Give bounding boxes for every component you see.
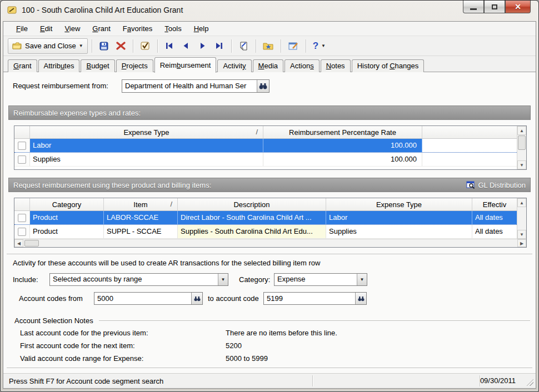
- row-selector[interactable]: [14, 153, 30, 166]
- previous-record-icon: [182, 42, 189, 49]
- billing-section-title: Request reimbursement using these produc…: [13, 181, 211, 189]
- effective-column-header[interactable]: Effectiv: [472, 198, 517, 210]
- help-icon: ?: [313, 41, 318, 52]
- sort-ascending-icon: /: [170, 200, 172, 208]
- tab-grant[interactable]: Grant: [8, 59, 37, 72]
- rate-column-header[interactable]: Reimbursement Percentage Rate: [263, 126, 422, 138]
- tab-reimbursement[interactable]: Reimbursement: [154, 57, 217, 73]
- properties-icon: [288, 41, 299, 51]
- billing-grid-hscrollbar[interactable]: ◀ ▶: [14, 239, 526, 247]
- save-button[interactable]: [96, 38, 112, 54]
- scroll-thumb[interactable]: [518, 135, 526, 150]
- tab-media[interactable]: Media: [253, 59, 283, 72]
- category-combobox[interactable]: Expense ▼: [274, 273, 367, 286]
- expense-type-column-header[interactable]: Expense Type /: [30, 126, 263, 138]
- include-combobox[interactable]: Selected accounts by range ▼: [49, 273, 228, 286]
- item-cell: LABOR-SCCAE: [104, 211, 178, 224]
- scroll-thumb[interactable]: [24, 240, 39, 247]
- row-selector-box[interactable]: [18, 142, 26, 150]
- account-to-field[interactable]: 5199: [263, 292, 367, 305]
- chevron-down-icon[interactable]: ▼: [218, 274, 228, 285]
- row-selector-box[interactable]: [18, 228, 26, 236]
- scroll-left-icon[interactable]: ◀: [14, 239, 23, 247]
- item-column-header[interactable]: Item /: [104, 198, 178, 210]
- menu-item-grant[interactable]: Grant: [86, 23, 117, 34]
- tab-projects[interactable]: Projects: [116, 59, 153, 72]
- tab-notes[interactable]: Notes: [321, 59, 351, 72]
- previous-record-button[interactable]: [178, 38, 194, 54]
- maximize-button[interactable]: [484, 1, 505, 13]
- expense-type-cell: Labor: [326, 211, 472, 224]
- request-from-field[interactable]: Department of Health and Human Ser: [122, 79, 270, 93]
- expense-row[interactable]: Labor100.000: [14, 139, 517, 153]
- tab-actions[interactable]: Actions: [285, 59, 320, 72]
- menu-item-help[interactable]: Help: [188, 23, 215, 34]
- billing-grid-vscrollbar[interactable]: ▲ ▼: [517, 198, 526, 239]
- statusbar-divider: [312, 375, 313, 386]
- account-from-lookup-button[interactable]: [191, 293, 202, 304]
- row-selector[interactable]: [14, 211, 30, 224]
- row-selector-header: [14, 198, 30, 210]
- annotate-button[interactable]: [236, 38, 252, 54]
- checkbox-check-icon: [140, 41, 151, 51]
- scroll-up-icon[interactable]: ▲: [517, 126, 526, 135]
- row-selector[interactable]: [14, 139, 30, 152]
- row-selector-box[interactable]: [18, 155, 26, 164]
- expense-grid-vscrollbar[interactable]: ▲ ▼: [517, 126, 526, 169]
- row-selector-box[interactable]: [18, 214, 26, 222]
- effective-cell: All dates: [472, 225, 517, 238]
- scroll-down-icon[interactable]: ▼: [517, 160, 526, 169]
- scroll-right-icon[interactable]: ▶: [517, 239, 526, 247]
- validate-button[interactable]: [137, 38, 153, 54]
- scroll-down-icon[interactable]: ▼: [517, 230, 526, 239]
- last-record-button[interactable]: [212, 38, 227, 54]
- first-record-button[interactable]: [162, 38, 177, 54]
- request-from-search-button[interactable]: [257, 80, 269, 92]
- menu-item-view[interactable]: View: [58, 23, 86, 34]
- help-caret-icon: ▼: [321, 43, 326, 48]
- tab-history-of-changes[interactable]: History of Changes: [352, 59, 425, 72]
- tabstrip: GrantAttributesBudgetProjectsReimburseme…: [3, 56, 536, 72]
- next-record-button[interactable]: [195, 38, 211, 54]
- properties-button[interactable]: [285, 38, 302, 54]
- status-date: 09/30/2011: [480, 376, 516, 385]
- account-from-field[interactable]: 5000: [94, 292, 203, 305]
- close-button[interactable]: ✕: [505, 1, 531, 13]
- reimbursement-tab-page: Request reimbursement from: Department o…: [3, 72, 536, 373]
- toolbar-separator: [256, 39, 256, 53]
- delete-button[interactable]: [113, 38, 129, 54]
- resize-grip[interactable]: [526, 379, 533, 386]
- save-close-folder-icon: [12, 42, 22, 50]
- menu-item-tools[interactable]: Tools: [158, 23, 187, 34]
- scroll-up-icon[interactable]: ▲: [517, 198, 526, 207]
- gl-distribution-button[interactable]: GL Distribution: [466, 181, 526, 189]
- billing-row[interactable]: ProductSUPPL - SCCAESupplies - South Car…: [14, 225, 517, 239]
- minimize-button[interactable]: [463, 1, 484, 13]
- menu-item-file[interactable]: File: [10, 23, 34, 34]
- save-and-close-button[interactable]: Save and Close ▼: [8, 38, 88, 54]
- row-selector[interactable]: [14, 225, 30, 238]
- favorites-button[interactable]: [260, 38, 277, 54]
- category-column-header[interactable]: Category: [30, 198, 104, 210]
- description-column-header[interactable]: Description: [178, 198, 326, 210]
- expense-row[interactable]: Supplies100.000: [14, 153, 517, 167]
- delete-x-icon: [116, 41, 126, 51]
- menu-item-favorites[interactable]: Favorites: [117, 23, 158, 34]
- tab-activity[interactable]: Activity: [217, 59, 251, 72]
- category-cell: Product: [30, 211, 104, 224]
- menu-item-edit[interactable]: Edit: [34, 23, 58, 34]
- help-button[interactable]: ? ▼: [310, 38, 328, 54]
- expense-section-title: Reimbursable expense types and rates:: [13, 109, 141, 117]
- expense-type-column-header[interactable]: Expense Type: [326, 198, 472, 210]
- account-to-lookup-button[interactable]: [355, 293, 366, 304]
- account-to-value: 5199: [264, 293, 355, 304]
- titlebar[interactable]: 100 - South Carolina Child Art Education…: [1, 1, 538, 21]
- notes-row-value: There are no items before this line.: [226, 329, 337, 337]
- notes-row-label: Valid account code range for Expense:: [20, 354, 143, 363]
- tab-budget[interactable]: Budget: [81, 59, 114, 72]
- include-label: Include:: [13, 275, 38, 284]
- billing-row[interactable]: ProductLABOR-SCCAEDirect Labor - South C…: [14, 211, 517, 225]
- chevron-down-icon[interactable]: ▼: [357, 274, 367, 285]
- expense-grid: Expense Type / Reimbursement Percentage …: [14, 125, 527, 170]
- tab-attributes[interactable]: Attributes: [38, 59, 80, 72]
